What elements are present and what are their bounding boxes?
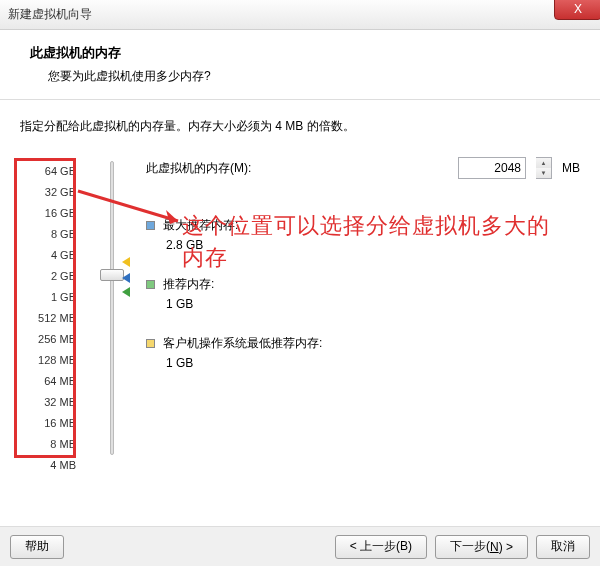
annotation-box-scale <box>14 158 76 458</box>
recommended: 推荐内存: 1 GB <box>146 276 580 311</box>
rec-marker-icon <box>122 273 130 283</box>
rec-label: 推荐内存: <box>163 276 214 293</box>
content-area: 指定分配给此虚拟机的内存量。内存大小必须为 4 MB 的倍数。 64 GB 32… <box>0 100 600 498</box>
footer: 帮助 < 上一步(B) 下一步(N) > 取消 <box>0 526 600 566</box>
square-icon <box>146 339 155 348</box>
wizard-header: 此虚拟机的内存 您要为此虚拟机使用多少内存? <box>0 30 600 100</box>
next-button[interactable]: 下一步(N) > <box>435 535 528 559</box>
window-title: 新建虚拟机向导 <box>8 6 92 23</box>
spinner-up-icon[interactable]: ▲ <box>536 158 551 168</box>
instruction-text: 指定分配给此虚拟机的内存量。内存大小必须为 4 MB 的倍数。 <box>20 118 580 135</box>
cancel-button[interactable]: 取消 <box>536 535 590 559</box>
min-rec-value: 1 GB <box>146 356 580 370</box>
memory-label: 此虚拟机的内存(M): <box>146 160 448 177</box>
page-title: 此虚拟机的内存 <box>30 44 580 62</box>
info-column: 此虚拟机的内存(M): ▲ ▼ MB 最大推荐内存: 2.8 GB <box>146 157 580 480</box>
memory-input[interactable] <box>458 157 526 179</box>
help-button[interactable]: 帮助 <box>10 535 64 559</box>
close-button[interactable]: X <box>554 0 600 20</box>
square-icon <box>146 280 155 289</box>
memory-unit: MB <box>562 161 580 175</box>
spinner-down-icon[interactable]: ▼ <box>536 168 551 178</box>
annotation-text: 这个位置可以选择分给虚拟机多大的内存 <box>182 210 562 274</box>
memory-spinner[interactable]: ▲ ▼ <box>536 157 552 179</box>
page-subtitle: 您要为此虚拟机使用多少内存? <box>30 68 580 85</box>
min-rec-label: 客户机操作系统最低推荐内存: <box>163 335 322 352</box>
slider-thumb[interactable] <box>100 269 124 281</box>
rec-value: 1 GB <box>146 297 580 311</box>
close-icon: X <box>574 2 582 16</box>
min-recommended: 客户机操作系统最低推荐内存: 1 GB <box>146 335 580 370</box>
max-marker-icon <box>122 257 130 267</box>
annotation-arrow-icon <box>78 186 188 226</box>
title-bar: 新建虚拟机向导 X <box>0 0 600 30</box>
scale-tick: 4 MB <box>50 455 76 476</box>
back-button[interactable]: < 上一步(B) <box>335 535 427 559</box>
svg-line-0 <box>78 191 178 221</box>
min-marker-icon <box>122 287 130 297</box>
